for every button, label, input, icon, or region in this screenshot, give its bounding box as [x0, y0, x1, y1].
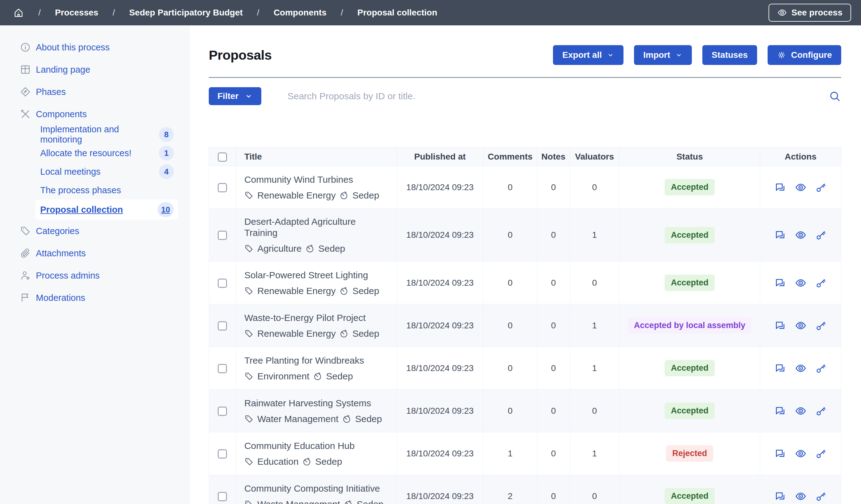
- table-row: Tree Planting for Windbreaks Environment…: [209, 347, 841, 390]
- proposals-table-body: Community Wind Turbines Renewable Energy…: [209, 166, 841, 504]
- scope-icon: [305, 244, 315, 253]
- statuses-button[interactable]: Statuses: [702, 45, 757, 65]
- count-badge: 4: [159, 164, 174, 179]
- answer-icon[interactable]: [775, 448, 786, 460]
- preview-icon[interactable]: [795, 448, 807, 460]
- scope-icon: [302, 457, 312, 466]
- column-notes: Notes: [537, 148, 570, 166]
- breadcrumb-process-name[interactable]: Sedep Participatory Budget: [129, 8, 243, 18]
- preview-icon[interactable]: [795, 405, 807, 417]
- export-all-button[interactable]: Export all: [553, 45, 624, 65]
- comments-count-cell: 0: [483, 390, 537, 432]
- see-process-button[interactable]: See process: [768, 4, 851, 22]
- breadcrumb-components[interactable]: Components: [274, 8, 327, 18]
- permissions-key-icon[interactable]: [815, 229, 827, 241]
- export-all-label: Export all: [562, 50, 602, 60]
- page-title: Proposals: [209, 47, 272, 63]
- import-button[interactable]: Import: [634, 45, 692, 65]
- sidebar-subitem-implementation[interactable]: Implementation and monitoring 8: [35, 125, 178, 144]
- sidebar-item-components[interactable]: Components: [0, 103, 189, 125]
- row-checkbox[interactable]: [218, 492, 227, 501]
- preview-icon[interactable]: [795, 229, 807, 241]
- row-checkbox[interactable]: [218, 231, 227, 240]
- sidebar-subitem-label: Local meetings: [40, 167, 100, 177]
- answer-icon[interactable]: [775, 181, 786, 193]
- answer-icon[interactable]: [775, 229, 786, 241]
- sidebar-subitem-process-phases[interactable]: The process phases: [35, 181, 178, 200]
- preview-icon[interactable]: [795, 490, 807, 502]
- breadcrumb-separator: /: [38, 8, 41, 18]
- sidebar-subitem-local-meetings[interactable]: Local meetings 4: [35, 162, 178, 181]
- actions-cell: [760, 390, 841, 432]
- breadcrumb-separator: /: [257, 8, 259, 18]
- permissions-key-icon[interactable]: [815, 181, 827, 193]
- sidebar-item-landing-page[interactable]: Landing page: [0, 58, 189, 81]
- column-valuators: Valuators: [570, 148, 619, 166]
- sidebar-subitem-proposal-collection[interactable]: Proposal collection 10: [35, 200, 178, 220]
- see-process-label: See process: [791, 8, 843, 18]
- proposal-category: Renewable Energy: [257, 328, 336, 339]
- published-at-cell: 18/10/2024 09:23: [397, 347, 483, 390]
- status-cell: Accepted: [619, 262, 760, 304]
- preview-icon[interactable]: [795, 320, 807, 331]
- table-row: Waste-to-Energy Pilot Project Renewable …: [209, 304, 841, 347]
- proposal-category: Education: [257, 457, 298, 467]
- category-tag-icon: [244, 414, 254, 424]
- permissions-key-icon[interactable]: [815, 363, 827, 374]
- answer-icon[interactable]: [775, 490, 786, 502]
- answer-icon[interactable]: [775, 277, 786, 289]
- preview-icon[interactable]: [795, 363, 807, 374]
- category-tag-icon: [20, 226, 31, 236]
- row-checkbox[interactable]: [218, 183, 227, 192]
- actions-cell: [760, 166, 841, 209]
- breadcrumb-processes[interactable]: Processes: [55, 8, 98, 18]
- sidebar-subitem-label: Proposal collection: [40, 205, 123, 215]
- filter-button[interactable]: Filter: [209, 87, 261, 105]
- permissions-key-icon[interactable]: [815, 320, 827, 331]
- breadcrumb-current-page[interactable]: Proposal collection: [357, 8, 437, 18]
- status-cell: Accepted by local assembly: [619, 304, 760, 347]
- status-badge: Accepted: [665, 179, 715, 195]
- row-checkbox[interactable]: [218, 321, 227, 330]
- search-icon[interactable]: [828, 90, 841, 103]
- home-icon[interactable]: [13, 7, 24, 18]
- sidebar-item-phases[interactable]: Phases: [0, 81, 189, 103]
- permissions-key-icon[interactable]: [815, 490, 827, 502]
- proposals-table: Title Published at Comments Notes Valuat…: [209, 147, 841, 504]
- eye-icon: [777, 8, 787, 18]
- status-cell: Accepted: [619, 390, 760, 432]
- actions-cell: [760, 262, 841, 304]
- answer-icon[interactable]: [775, 320, 786, 331]
- answer-icon[interactable]: [775, 363, 786, 374]
- proposal-scope: Sedep: [352, 190, 379, 201]
- sidebar-item-attachments[interactable]: Attachments: [0, 242, 189, 264]
- preview-icon[interactable]: [795, 277, 807, 289]
- preview-icon[interactable]: [795, 181, 807, 193]
- answer-icon[interactable]: [775, 405, 786, 417]
- configure-button[interactable]: Configure: [768, 45, 841, 65]
- select-all-checkbox[interactable]: [218, 152, 227, 162]
- proposal-title: Desert-Adapted Agriculture Training: [244, 216, 390, 239]
- row-checkbox[interactable]: [218, 278, 227, 288]
- select-all-header: [209, 148, 236, 166]
- search-input[interactable]: [261, 91, 828, 101]
- proposal-category: Renewable Energy: [257, 190, 336, 201]
- notes-count-cell: 0: [537, 347, 570, 390]
- sidebar-item-about[interactable]: About this process: [0, 36, 189, 58]
- permissions-key-icon[interactable]: [815, 448, 827, 460]
- sidebar-item-categories[interactable]: Categories: [0, 220, 189, 242]
- landing-page-icon: [20, 64, 31, 75]
- scope-icon: [344, 500, 353, 504]
- sidebar-subitem-allocate[interactable]: Allocate the resources! 1: [35, 144, 178, 162]
- row-checkbox[interactable]: [218, 449, 227, 459]
- permissions-key-icon[interactable]: [815, 277, 827, 289]
- row-checkbox[interactable]: [218, 407, 227, 416]
- row-title-cell: Solar-Powered Street Lighting Renewable …: [236, 262, 396, 304]
- permissions-key-icon[interactable]: [815, 405, 827, 417]
- proposal-scope: Sedep: [326, 371, 353, 382]
- row-title-cell: Community Education Hub Education Sedep: [236, 432, 396, 475]
- sidebar-item-process-admins[interactable]: Process admins: [0, 264, 189, 287]
- sidebar-item-moderations[interactable]: Moderations: [0, 287, 189, 309]
- row-checkbox[interactable]: [218, 364, 227, 373]
- sidebar-item-label: Components: [36, 109, 86, 119]
